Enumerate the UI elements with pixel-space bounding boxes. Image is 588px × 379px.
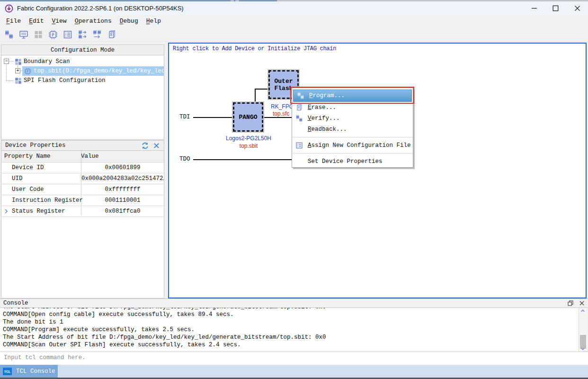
context-menu-program[interactable]: Program... [293, 90, 412, 102]
svg-text:P: P [27, 70, 28, 73]
property-row-uid[interactable]: UID0x000a2004283a02c251472… [1, 173, 164, 184]
tree-item-spi-flash-configuration[interactable]: SPI Flash Configuration [1, 76, 164, 85]
property-row-device-id[interactable]: Device ID0x00601899 [1, 162, 164, 173]
config-mode-tree: −Boundary Scan+Ptop.sbit(D:/fpga_demo/ke… [1, 55, 164, 140]
minimize-icon [531, 5, 537, 11]
toolbar-grid-button[interactable] [33, 29, 44, 40]
menu-debug[interactable]: Debug [120, 18, 138, 25]
titlebar: Fabric Configuration 2022.2-SP6.1 (on DE… [0, 1, 588, 15]
panel-close-icon[interactable] [153, 142, 160, 149]
device-properties-table: Property Name Value Device ID0x00601899U… [1, 151, 164, 298]
scroll-up-icon[interactable] [580, 308, 586, 313]
column-value: Value [81, 153, 99, 160]
toolbar-config-list-button[interactable] [62, 29, 73, 40]
jtag-chain-canvas[interactable]: Right click to Add Device or Initialize … [168, 43, 587, 298]
console-scrollbar[interactable] [579, 308, 587, 352]
tree-expander-plus-icon[interactable]: + [15, 68, 20, 73]
property-row-status-register[interactable]: Status Register0x081ffca0 [1, 206, 164, 217]
menu-operations[interactable]: Operations [75, 18, 112, 25]
chain-arrow-out-icon [92, 30, 102, 39]
toolbar-chain-arrow-right-button[interactable] [77, 29, 88, 40]
menu-edit[interactable]: Edit [29, 18, 44, 25]
scroll-down-icon[interactable] [580, 346, 586, 351]
console-close-icon[interactable] [579, 300, 585, 307]
context-menu-assign-new-configuration-file[interactable]: Assign New Configuration File [292, 140, 413, 151]
squares-icon [15, 58, 22, 65]
toolbar-book-e-button[interactable]: E [107, 29, 117, 40]
tree-expander-minus-icon[interactable]: − [4, 59, 9, 64]
context-menu-set-device-properties[interactable]: Set Device Properties [292, 156, 413, 167]
tcl-icon: TCL [2, 367, 12, 375]
console-line: COMMAND[Program] execute successfully, t… [3, 326, 579, 334]
context-menu-verify[interactable]: Verify... [292, 113, 413, 124]
device-properties-header: Device Properties [1, 140, 164, 151]
property-row-instruction-register[interactable]: Instruction Register0001110001 [1, 195, 164, 206]
config-list-icon [295, 142, 303, 149]
tdo-label: TDO [179, 156, 190, 162]
expand-chevron-icon[interactable] [3, 208, 9, 214]
no-icon [3, 176, 9, 181]
chip-p-icon: P [48, 30, 58, 39]
no-icon [3, 187, 9, 192]
console-line: COMMAND[Open config cable] execute succe… [3, 311, 579, 318]
context-menu-erase[interactable]: EErase... [292, 102, 413, 113]
device-name: Outer [274, 78, 293, 85]
console-log: The Start Address of bit file D:/fpga_de… [0, 308, 579, 352]
maximize-icon [552, 5, 559, 11]
monitor-icon [19, 30, 28, 39]
bottom-tabbar: TCL TCL Console [0, 365, 588, 378]
console-header: Console [0, 298, 588, 308]
config-mode-panel-header: Configuration Mode [1, 45, 164, 55]
app-window: Fabric Configuration 2022.2-SP6.1 (on DE… [0, 0, 588, 379]
console-line: The Start Address of bit file D:/fpga_de… [3, 334, 579, 341]
device-pango[interactable]: PANGO [233, 102, 263, 132]
chip-p-icon: P [24, 68, 31, 75]
no-icon [295, 126, 303, 133]
jtag-chain-icon [297, 92, 304, 99]
pango-part-label: Logos2-PG2L50H [220, 135, 277, 142]
toolbar-monitor-button[interactable] [18, 29, 29, 40]
tdi-label: TDI [179, 114, 190, 120]
device-name: PANGO [239, 114, 257, 121]
menu-separator [293, 137, 412, 137]
menubar: FileEditViewOperationsDebugHelp [0, 15, 588, 27]
table-header: Property Name Value [1, 151, 164, 162]
float-panel-icon[interactable] [567, 300, 574, 307]
toolbar-chip-p-button[interactable]: P [48, 29, 58, 40]
tcl-command-input[interactable] [3, 354, 336, 361]
jtag-chain-icon [4, 30, 14, 39]
tab-tcl-console[interactable]: TCL TCL Console [0, 365, 58, 378]
context-menu-readback[interactable]: Readback... [292, 124, 413, 135]
toolbar-chain-arrow-out-button[interactable] [92, 29, 102, 40]
toolbar-jtag-chain-button[interactable] [4, 29, 14, 40]
tree-item-top-sbit-d-fpga-demo-key[interactable]: +Ptop.sbit(D:/fpga_demo/key_led/key_led/… [1, 66, 164, 76]
app-logo-icon [5, 4, 13, 13]
column-property-name: Property Name [1, 153, 81, 160]
property-row-user-code[interactable]: User Code0xffffffff [1, 184, 164, 195]
flash-part-label: RK_FPG [271, 103, 292, 110]
config-list-icon [63, 30, 72, 39]
console-line: The done bit is 1 [3, 318, 579, 326]
window-title: Fabric Configuration 2022.2-SP6.1 (on DE… [17, 5, 184, 12]
console-line: COMMAND[Scan Outer SPI Flash] execute su… [3, 341, 579, 349]
flash-wire-vertical [255, 89, 256, 103]
pango-file-label: top.sbit [220, 143, 277, 149]
canvas-hint: Right click to Add Device or Initialize … [173, 45, 336, 52]
flash-file-label: top.sfc [273, 110, 292, 117]
refresh-icon[interactable] [142, 142, 149, 149]
maximize-button[interactable] [545, 1, 566, 15]
close-button[interactable] [567, 1, 588, 15]
jtag-chain-icon [295, 115, 303, 122]
no-icon [295, 158, 303, 165]
svg-text:E: E [110, 32, 113, 36]
book-e-icon: E [107, 30, 116, 39]
menu-help[interactable]: Help [146, 18, 161, 25]
tab-label: TCL Console [16, 368, 55, 375]
grid-icon [34, 30, 43, 39]
book-e-icon: E [295, 104, 303, 111]
minimize-button[interactable] [524, 1, 545, 15]
chain-arrow-right-icon [78, 30, 87, 39]
menu-view[interactable]: View [52, 18, 66, 25]
menu-file[interactable]: File [6, 18, 21, 25]
tree-item-boundary-scan[interactable]: −Boundary Scan [1, 57, 164, 66]
